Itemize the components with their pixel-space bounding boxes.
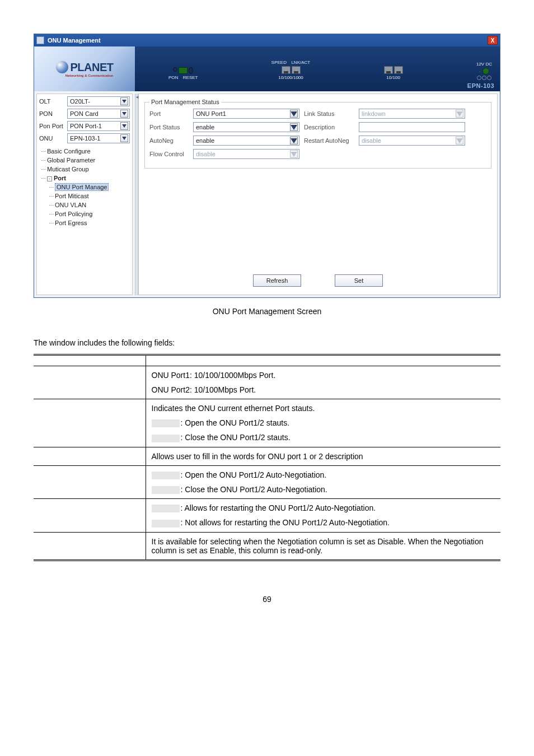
brand-tagline: Networking & Communication — [56, 74, 114, 77]
chevron-down-icon — [120, 134, 128, 142]
port-select[interactable]: ONU Port1 — [193, 109, 299, 119]
chevron-down-icon — [120, 122, 128, 130]
table-cell-object — [34, 399, 146, 447]
pon-select[interactable]: PON Card — [67, 109, 130, 119]
window-close-button[interactable]: X — [488, 36, 498, 45]
chevron-down-icon — [120, 97, 128, 105]
rj45-port-icon — [292, 66, 301, 74]
linkstatus-field: linkdown — [359, 109, 465, 119]
pon-label: PON — [39, 110, 65, 117]
fields-table: ONU Port1: 10/100/1000Mbps Port.ONU Port… — [34, 354, 500, 561]
tree-item-port-miticast[interactable]: Port Miticast — [55, 192, 130, 200]
linkstatus-value: linkdown — [362, 110, 386, 117]
restart-autoneg-value: disable — [362, 137, 381, 144]
table-cell-object — [34, 465, 146, 499]
device-front-panel: PON RESET SPEED LNK/ACT 10/100/1000 10/1… — [135, 57, 500, 81]
chevron-down-icon — [120, 110, 128, 118]
ponport-label: Pon Port — [39, 123, 65, 129]
chevron-down-icon — [290, 110, 298, 118]
tree-item-port-policying[interactable]: Port Policying — [55, 209, 130, 218]
globe-icon — [56, 61, 68, 73]
chevron-down-icon — [456, 110, 463, 118]
linkstatus-label: Link Status — [304, 110, 354, 117]
option-placeholder-box — [152, 472, 180, 479]
onu-select[interactable]: EPN-103-1 — [67, 133, 130, 143]
tree-item-port[interactable]: -Port ONU Port Manage Port Miticast ONU … — [47, 174, 130, 227]
autoneg-value: enable — [196, 137, 214, 144]
table-row: : Open the ONU Port1/2 Auto-Negotiation.… — [34, 465, 500, 499]
table-row: Indicates the ONU current ethernet Port … — [34, 399, 500, 447]
device-model: EPN-103 — [467, 82, 494, 89]
autoneg-select[interactable]: enable — [193, 136, 299, 146]
olt-select-value: O20LT- — [70, 98, 90, 105]
onu-label: ONU — [39, 135, 65, 142]
app-icon — [36, 36, 44, 44]
ponport-select[interactable]: PON Port-1 — [67, 121, 130, 131]
table-row: : Allows for restarting the ONU Port1/2 … — [34, 499, 500, 533]
description-text: : Close the ONU Port1/2 stauts. — [181, 433, 291, 442]
device-banner: PLANET Networking & Communication PON RE… — [34, 46, 500, 91]
description-text: ONU Port1: 10/100/1000Mbps Port. — [152, 371, 276, 380]
table-row: ONU Port1: 10/100/1000Mbps Port.ONU Port… — [34, 366, 500, 399]
table-cell-object — [34, 366, 146, 399]
portstatus-select[interactable]: enable — [193, 122, 299, 132]
port-management-status-group: Port Management Status Port ONU Port1 Li… — [144, 99, 491, 169]
tree-item-onu-vlan[interactable]: ONU VLAN — [55, 200, 130, 209]
page-number: 69 — [34, 595, 500, 604]
brand-name: PLANET — [71, 61, 114, 74]
rj45-port-icon — [384, 66, 393, 74]
table-header-description — [146, 355, 500, 366]
chevron-down-icon — [290, 150, 298, 158]
brand-logo: PLANET Networking & Communication — [34, 46, 135, 91]
table-cell-description: It is available for selecting when the N… — [146, 532, 500, 560]
port-select-value: ONU Port1 — [196, 110, 226, 117]
description-text: Allows user to fill in the words for ONU… — [152, 452, 363, 461]
restart-autoneg-field: disable — [359, 136, 465, 146]
dc-jack-icon — [483, 68, 489, 74]
table-cell-description: Indicates the ONU current ethernet Port … — [146, 399, 500, 447]
option-placeholder-box — [152, 505, 180, 512]
olt-select[interactable]: O20LT- — [67, 96, 130, 106]
chevron-down-icon — [456, 137, 463, 144]
table-cell-object — [34, 447, 146, 465]
table-cell-description: ONU Port1: 10/100/1000Mbps Port.ONU Port… — [146, 366, 500, 399]
splitter-handle[interactable] — [135, 94, 138, 295]
description-text: : Open the ONU Port1/2 Auto-Negotiation. — [181, 470, 327, 479]
description-text: ONU Port2: 10/100Mbps Port. — [152, 385, 256, 394]
description-input[interactable] — [359, 122, 465, 132]
group-legend: Port Management Status — [149, 99, 221, 105]
chevron-down-icon — [290, 123, 298, 131]
window-titlebar: ONU Management X — [34, 34, 500, 46]
autoneg-label: AutoNeg — [149, 137, 189, 144]
sidebar: OLT O20LT- PON PON Card Pon Port — [36, 94, 133, 295]
flowcontrol-field: disable — [193, 149, 299, 159]
option-placeholder-box — [152, 486, 180, 494]
refresh-button[interactable]: Refresh — [253, 274, 301, 287]
tree-item-port-egress[interactable]: Port Egress — [55, 218, 130, 227]
tree-item-basic[interactable]: Basic Configure — [47, 147, 130, 156]
tree-item-muticast[interactable]: Muticast Group — [47, 165, 130, 174]
figure-caption: ONU Port Management Screen — [34, 307, 500, 316]
nav-tree: Basic Configure Global Parameter Muticas… — [39, 147, 130, 227]
intro-text: The window includes the following fields… — [34, 338, 500, 347]
table-cell-description: : Allows for restarting the ONU Port1/2 … — [146, 499, 500, 533]
option-placeholder-box — [152, 435, 180, 442]
rj45-port-icon — [282, 66, 291, 74]
table-cell-object — [34, 499, 146, 533]
option-placeholder-box — [152, 419, 180, 427]
portstatus-value: enable — [196, 124, 214, 130]
flowcontrol-value: disable — [196, 151, 216, 157]
chevron-down-icon — [290, 137, 298, 144]
lnkact-label: LNK/ACT — [291, 60, 310, 65]
olt-label: OLT — [39, 98, 65, 105]
set-button[interactable]: Set — [335, 274, 383, 287]
port1-speed-label: 10/100/1000 — [278, 75, 303, 80]
description-text: : Allows for restarting the ONU Port1/2 … — [181, 503, 376, 512]
option-placeholder-box — [152, 520, 180, 528]
table-row: Allows user to fill in the words for ONU… — [34, 447, 500, 465]
collapse-icon[interactable]: - — [47, 176, 52, 181]
table-cell-description: Allows user to fill in the words for ONU… — [146, 447, 500, 465]
tree-item-onu-port-manage[interactable]: ONU Port Manage — [55, 183, 130, 192]
rj45-port-icon — [394, 66, 403, 74]
tree-item-global[interactable]: Global Parameter — [47, 156, 130, 165]
